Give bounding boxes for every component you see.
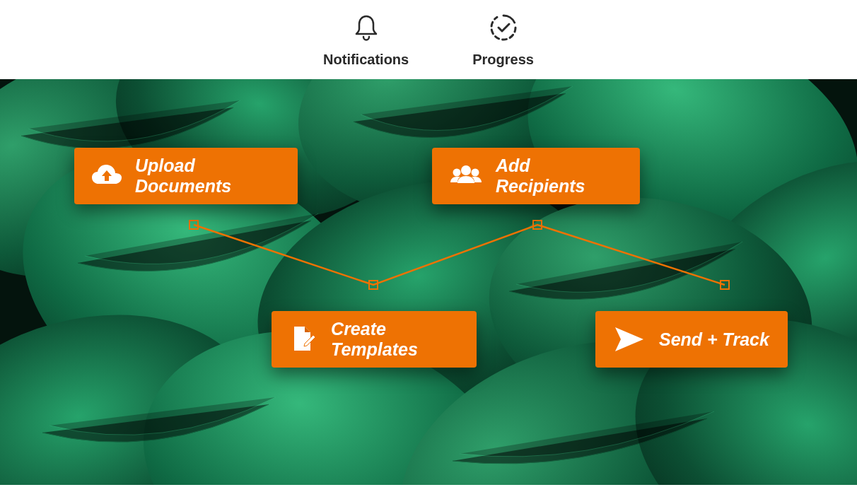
upload-documents-button[interactable]: Upload Documents — [74, 148, 298, 204]
cloud-upload-icon — [91, 163, 122, 189]
create-templates-button[interactable]: Create Templates — [272, 311, 477, 368]
document-edit-icon — [288, 325, 318, 353]
add-recipients-label: Add Recipients — [496, 156, 623, 197]
send-icon — [612, 326, 646, 353]
notifications-label: Notifications — [323, 52, 409, 68]
notifications-button[interactable]: Notifications — [323, 12, 409, 68]
top-bar: Notifications Progress — [0, 0, 857, 79]
svg-point-13 — [461, 165, 471, 175]
upload-documents-label: Upload Documents — [135, 156, 281, 197]
add-recipients-button[interactable]: Add Recipients — [432, 148, 640, 204]
progress-button[interactable]: Progress — [472, 12, 534, 68]
send-track-label: Send + Track — [659, 329, 769, 350]
svg-point-15 — [472, 169, 479, 177]
hero-section: Upload Documents Add Recipients Create T… — [0, 79, 857, 485]
users-icon — [449, 163, 483, 189]
progress-label: Progress — [472, 52, 534, 68]
progress-icon — [489, 12, 518, 43]
background-leaves — [0, 79, 857, 485]
create-templates-label: Create Templates — [331, 319, 460, 360]
bell-icon — [353, 12, 380, 43]
svg-point-14 — [453, 169, 461, 177]
send-track-button[interactable]: Send + Track — [595, 311, 788, 368]
